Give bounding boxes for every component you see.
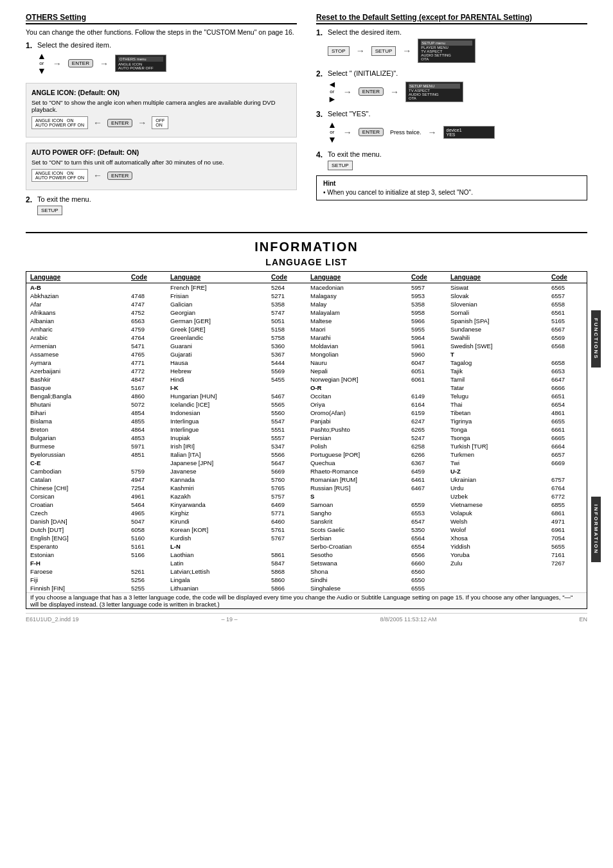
col-code-4: Code <box>547 272 587 283</box>
r-arrow-3: → <box>343 87 352 97</box>
section-uz-empty <box>547 467 587 475</box>
code-swahili: 6569 <box>547 333 587 342</box>
table-row: Catalan4947 Kannada5760 Romanian [RUM]64… <box>26 475 587 484</box>
reset-step-4-num: 4. <box>316 150 328 159</box>
table-row: A-B French [FRE]5264 Macedonian5957 Sisw… <box>26 283 587 292</box>
code-xhosa: 7054 <box>547 534 587 542</box>
right-arrow-3: ► <box>328 94 337 103</box>
lang-irish: Irish [IRI] <box>166 442 267 450</box>
page-footer: E61U1UD_2.indd 19 – 19 – 8/8/2005 11:53:… <box>26 613 587 623</box>
code-lithuanian: 5866 <box>267 584 306 593</box>
lang-byelorussian: Byelorussian <box>26 450 127 459</box>
reset-step-1-content: Select the desired item. STOP → SETUP → … <box>328 28 587 66</box>
lang-persian: Persian <box>306 434 407 442</box>
table-row: Afar4747 Galician5358 Malay5358 Slovenia… <box>26 300 587 308</box>
table-row: Amharic4759 Greek [GRE]5158 Maori5955 Su… <box>26 325 587 333</box>
enter-btn-1[interactable]: ENTER <box>107 119 132 127</box>
lang-faroese: Faroese <box>26 567 127 576</box>
lang-singhalese: Singhalese <box>306 584 407 593</box>
lang-czech: Czech <box>26 509 127 517</box>
lang-greek: Greek [GRE] <box>166 325 267 333</box>
lang-japanese: Japanese [JPN] <box>166 459 267 467</box>
lang-bhutani: Bhutani <box>26 400 127 409</box>
code-lingala: 5860 <box>267 576 306 584</box>
lang-marathi: Marathi <box>306 333 407 342</box>
lang-afrikaans: Afrikaans <box>26 308 127 317</box>
language-table: Language Code Language Code Language Cod… <box>26 272 587 608</box>
setup-icon-left: SETUP <box>37 206 62 215</box>
enter-btn-2[interactable]: ENTER <box>107 172 132 180</box>
lang-slovenian: Slovenian <box>447 300 547 308</box>
lang-pashto: Pashto;Pushto <box>306 425 407 434</box>
lang-shona: Shona <box>306 567 407 576</box>
lang-mongolian: Mongolian <box>306 350 407 359</box>
lang-en: EN <box>579 616 587 623</box>
code-hebrew: 5569 <box>267 367 306 375</box>
lang-tigrinya: Tigrinya <box>447 417 547 425</box>
lang-swahili: Swahili <box>447 333 547 342</box>
table-row: Danish [DAN]5047 Kirundi6460 Sanskrit654… <box>26 517 587 526</box>
lang-cambodian: Cambodian <box>26 467 127 475</box>
lang-inupiak: Inupiak <box>166 434 267 442</box>
lang-malagasy: Malagasy <box>306 292 407 300</box>
code-romanian: 6461 <box>407 475 447 484</box>
lang-indonesian: Indonesian <box>166 409 267 417</box>
reset-step-4-text: To exit the menu. <box>328 150 382 158</box>
code-gujarati: 5367 <box>267 350 306 359</box>
section-ik: I-K <box>166 384 267 392</box>
press-twice-label: Press twice. <box>390 129 422 136</box>
table-row: Czech4965 Kirghiz5771 Sangho6553 Volapuk… <box>26 509 587 517</box>
table-row: Croatian5464 Kinyarwanda6469 Samoan6559 … <box>26 500 587 509</box>
step-1-row: 1. Select the desired item. ▲ or ▼ → ENT… <box>26 41 297 78</box>
code-turkish: 6664 <box>547 442 587 450</box>
section-fh: F-H <box>26 559 166 567</box>
enter-button[interactable]: ENTER <box>68 59 93 67</box>
table-row: Basque5167 I-K O-R Tatar6666 <box>26 384 587 392</box>
arrow-right-1: → <box>138 118 147 128</box>
code-tatar: 6666 <box>547 384 587 392</box>
code-finnish: 5255 <box>127 584 166 593</box>
reset-step-1-text: Select the desired item. <box>328 28 402 36</box>
enter-btn-r3[interactable]: ENTER <box>359 128 384 136</box>
enter-btn-r2[interactable]: ENTER <box>359 87 384 96</box>
code-breton: 4864 <box>127 425 166 434</box>
lang-oromo: Oromo(Afan) <box>306 409 407 417</box>
lang-malayalam: Malayalam <box>306 308 407 317</box>
lang-occitan: Occitan <box>306 392 407 400</box>
code-dutch: 6058 <box>127 526 166 534</box>
lang-list-title: Language List <box>26 257 587 267</box>
code-kinyarwanda: 6469 <box>267 500 306 509</box>
lang-fiji: Fiji <box>26 576 127 584</box>
lang-corsican: Corsican <box>26 492 127 500</box>
lang-lithuanian: Lithuanian <box>166 584 267 593</box>
reset-step-3-text: Select "YES". <box>328 110 371 118</box>
lang-maltese: Maltese <box>306 317 407 325</box>
lang-sindhi: Sindhi <box>306 576 407 584</box>
lang-icelandic: Icelandic [ICE] <box>166 400 267 409</box>
code-arabic: 4764 <box>127 333 166 342</box>
step-1-text: Select the desired item. <box>37 41 111 49</box>
lang-malay: Malay <box>306 300 407 308</box>
code-korean: 5761 <box>267 526 306 534</box>
lang-serbo: Serbo-Croatian <box>306 542 407 551</box>
code-tonga: 6661 <box>547 425 587 434</box>
section-s: S <box>306 492 407 500</box>
table-row: Assamese4765 Gujarati5367 Mongolian5960 … <box>26 350 587 359</box>
code-panjabi: 6247 <box>407 417 447 425</box>
auto-power-title: AUTO POWER OFF: (Default: ON) <box>31 148 291 156</box>
code-malay: 5358 <box>407 300 447 308</box>
lang-panjabi: Panjabi <box>306 417 407 425</box>
table-row: Abkhazian4748 Frisian5271 Malagasy5953 S… <box>26 292 587 300</box>
code-moldavian: 5961 <box>407 342 447 350</box>
empty-3 <box>447 576 547 584</box>
lang-javanese: Javanese <box>166 467 267 475</box>
col-code-3: Code <box>407 272 447 283</box>
table-row: Bhutani5072 Icelandic [ICE]5565 Oriya616… <box>26 400 587 409</box>
section-ab: A-B <box>26 283 166 292</box>
code-tigrinya: 6655 <box>547 417 587 425</box>
code-hungarian: 5467 <box>267 392 306 400</box>
lang-bengali: Bengali;Bangla <box>26 392 127 400</box>
lang-maori: Maori <box>306 325 407 333</box>
table-row: Esperanto5161 L-N Serbo-Croatian6554 Yid… <box>26 542 587 551</box>
lang-samoan: Samoan <box>306 500 407 509</box>
